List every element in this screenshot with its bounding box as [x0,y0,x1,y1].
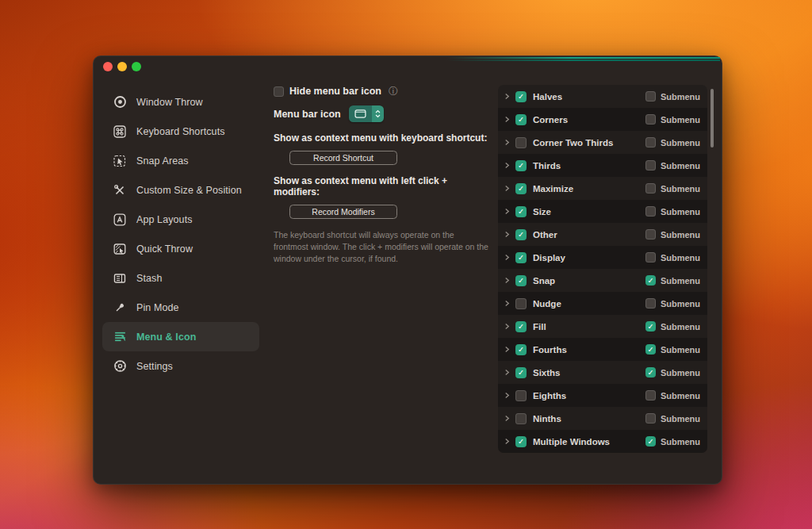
menu-row: Nudge Submenu [498,292,707,315]
sidebar-item-quick-throw[interactable]: Quick Throw [102,234,259,263]
info-icon[interactable] [389,86,398,96]
app-layouts-icon [110,213,129,226]
sidebar-item-window-throw[interactable]: Window Throw [102,87,259,117]
submenu-checkbox[interactable] [645,137,656,148]
sidebar-item-label: Window Throw [136,97,203,108]
chevron-right-icon[interactable] [504,323,510,330]
scrollbar-thumb[interactable] [710,89,714,148]
chevron-right-icon[interactable] [504,369,510,376]
hide-menu-bar-icon-checkbox[interactable] [274,86,284,97]
chevron-right-icon[interactable] [504,162,510,169]
enabled-checkbox[interactable] [515,252,527,263]
enabled-checkbox[interactable] [515,413,527,424]
menu-row: Halves Submenu [498,85,707,108]
sidebar-item-pin-mode[interactable]: Pin Mode [102,293,259,322]
menu-row: Snap Submenu [498,269,707,292]
submenu-checkbox[interactable] [645,390,656,401]
menu-row: Sixths Submenu [498,361,707,384]
submenu-label: Submenu [661,115,700,125]
menu-row-label: Ninths [533,414,561,424]
submenu-checkbox[interactable] [645,91,656,102]
chevron-right-icon[interactable] [504,277,510,284]
enabled-checkbox[interactable] [515,321,527,332]
record-modifiers-button[interactable]: Record Modifiers [289,205,397,219]
sidebar-item-label: Pin Mode [136,302,179,313]
desktop-wallpaper: Window Throw Keyboard Shortcuts Snap Are… [0,0,812,529]
command-icon [110,125,129,138]
chevron-right-icon[interactable] [504,300,510,307]
enabled-checkbox[interactable] [515,367,527,378]
submenu-checkbox[interactable] [645,413,656,424]
submenu-checkbox[interactable] [645,183,656,194]
menu-row: Corners Submenu [498,108,707,131]
submenu-checkbox[interactable] [645,114,656,125]
sidebar-item-keyboard-shortcuts[interactable]: Keyboard Shortcuts [102,117,259,146]
submenu-checkbox[interactable] [645,206,656,217]
chevron-right-icon[interactable] [504,415,510,422]
menu-row-label: Fill [533,322,546,332]
enabled-checkbox[interactable] [515,183,527,194]
record-shortcut-button[interactable]: Record Shortcut [289,151,397,165]
menu-row-label: Nudge [533,299,561,309]
menu-row-label: Multiple Windows [533,437,610,447]
chevron-right-icon[interactable] [504,139,510,146]
submenu-label: Submenu [661,207,700,217]
menu-row-label: Corner Two Thirds [533,138,613,148]
chevron-right-icon[interactable] [504,231,510,238]
sidebar-item-label: Settings [136,361,173,372]
submenu-label: Submenu [661,184,700,194]
enabled-checkbox[interactable] [515,390,527,401]
submenu-checkbox[interactable] [645,367,656,378]
menu-row-label: Halves [533,92,562,102]
chevron-right-icon[interactable] [504,208,510,215]
menu-row: Corner Two Thirds Submenu [498,131,707,154]
chevron-right-icon[interactable] [504,116,510,123]
enabled-checkbox[interactable] [515,436,527,447]
titlebar[interactable] [93,56,722,79]
chevron-right-icon[interactable] [504,185,510,192]
enabled-checkbox[interactable] [515,344,527,355]
enabled-checkbox[interactable] [515,275,527,286]
menu-row-label: Snap [533,276,555,286]
sidebar-item-label: Custom Size & Position [136,185,242,196]
submenu-checkbox[interactable] [645,160,656,171]
hide-menu-bar-icon-row: Hide menu bar icon [274,86,494,97]
enabled-checkbox[interactable] [515,206,527,217]
menu-row: Other Submenu [498,223,707,246]
decorative-teal-stripes [446,57,720,61]
menu-actions-list: Halves Submenu Corners Submenu Corner Tw… [498,85,707,453]
close-button[interactable] [103,62,113,71]
sidebar-item-stash[interactable]: Stash [102,263,259,293]
submenu-checkbox[interactable] [645,298,656,309]
submenu-checkbox[interactable] [645,344,656,355]
sidebar-item-menu-and-icon[interactable]: Menu & Icon [102,322,259,351]
chevron-right-icon[interactable] [504,93,510,100]
chevron-right-icon[interactable] [504,438,510,445]
sidebar-item-settings[interactable]: Settings [102,351,259,381]
sidebar-item-snap-areas[interactable]: Snap Areas [102,146,259,175]
sidebar-item-app-layouts[interactable]: App Layouts [102,205,259,234]
context-menu-shortcut-heading: Show as context menu with keyboard short… [274,132,494,144]
zoom-button[interactable] [132,62,141,71]
enabled-checkbox[interactable] [515,160,527,171]
menu-bar-icon-select[interactable] [349,105,384,122]
menu-row-label: Maximize [533,184,573,194]
enabled-checkbox[interactable] [515,137,527,148]
enabled-checkbox[interactable] [515,91,527,102]
enabled-checkbox[interactable] [515,298,527,309]
submenu-label: Submenu [661,161,700,171]
submenu-checkbox[interactable] [645,275,656,286]
enabled-checkbox[interactable] [515,114,527,125]
chevron-right-icon[interactable] [504,346,510,353]
chevron-right-icon[interactable] [504,392,510,399]
submenu-label: Submenu [661,276,700,286]
enabled-checkbox[interactable] [515,229,527,240]
sidebar-item-custom-size-and-position[interactable]: Custom Size & Position [102,175,259,205]
submenu-checkbox[interactable] [645,252,656,263]
minimize-button[interactable] [117,62,127,71]
submenu-checkbox[interactable] [645,321,656,332]
submenu-checkbox[interactable] [645,229,656,240]
submenu-checkbox[interactable] [645,436,656,447]
chevron-right-icon[interactable] [504,254,510,261]
submenu-label: Submenu [661,299,700,309]
